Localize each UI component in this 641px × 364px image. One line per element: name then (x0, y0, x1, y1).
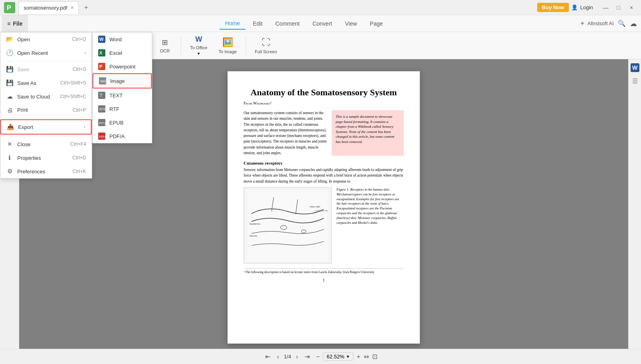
toolbar-separator-3 (181, 37, 181, 54)
pdf-page-title: Anatomy of the Somatosensory System (244, 87, 404, 98)
tab-edit[interactable]: Edit (247, 18, 268, 30)
svg-text:W: W (99, 37, 104, 42)
export-excel[interactable]: X Excel (93, 46, 152, 60)
pdf-page: Anatomy of the Somatosensory System From… (228, 71, 420, 344)
fit-width-button[interactable]: ⇔ (364, 353, 369, 360)
menu-item-open-recent[interactable]: 🕐 Open Recent › (0, 46, 92, 60)
search-button[interactable]: 🔍 (618, 20, 626, 27)
file-menu-button[interactable]: ≡ File (2, 15, 28, 32)
image-export-icon: IMG (99, 77, 106, 84)
fit-page-button[interactable]: ⊡ (372, 353, 377, 360)
zoom-dropdown-arrow[interactable]: ▼ (346, 354, 350, 359)
zoom-in-button[interactable]: + (357, 353, 360, 360)
menu-item-save: 💾 Save Ctrl+S (0, 62, 92, 76)
menu-tabs: Home Edit Comment Convert View Page (28, 18, 580, 30)
ocr-icon: ⊞ (162, 38, 168, 47)
tab-home[interactable]: Home (220, 18, 246, 30)
svg-text:W: W (632, 64, 638, 71)
menu-item-print[interactable]: 🖨 Print Ctrl+P (0, 103, 92, 117)
minimize-button[interactable]: — (600, 3, 611, 12)
page-info-display: 1/4 (284, 354, 291, 360)
menu-item-properties[interactable]: ℹ Properties Ctrl+D (0, 151, 92, 165)
file-label: File (13, 20, 22, 27)
menu-item-save-as[interactable]: 💾 Save As Ctrl+Shift+S (0, 76, 92, 90)
zoom-level-display[interactable]: 62.52% ▼ (323, 352, 353, 361)
open-recent-arrow: › (85, 50, 86, 56)
close-button[interactable]: × (626, 3, 637, 12)
tab-convert[interactable]: Convert (307, 18, 338, 30)
menu-item-close[interactable]: ✕ Close Ctrl+F4 (0, 137, 92, 151)
export-arrow: › (84, 124, 85, 130)
to-office-icon: W (196, 35, 202, 44)
to-office-button[interactable]: W To Office ▼ (186, 33, 211, 58)
close-shortcut: Ctrl+F4 (70, 141, 86, 147)
menu-item-export[interactable]: 📤 Export › (0, 119, 92, 135)
open-recent-icon: 🕐 (6, 49, 13, 56)
prev-page-button[interactable]: ‹ (275, 352, 280, 362)
tab-close-button[interactable]: × (71, 4, 74, 11)
pdf-page-content: Our somatosensory system consists of sen… (244, 110, 404, 156)
svg-text:EPUB: EPUB (99, 121, 105, 125)
export-icon: 📤 (7, 123, 14, 131)
to-image-button[interactable]: 🖼️ To Image (215, 35, 241, 56)
last-page-button[interactable]: ⇥ (303, 351, 311, 362)
text-export-icon: T (98, 92, 105, 99)
add-tab-button[interactable]: + (81, 3, 91, 12)
pdf-pink-callout: This is a sample document to showcase pa… (332, 110, 404, 156)
export-powerpoint[interactable]: P Powerpoint (93, 60, 152, 73)
svg-text:Glabrous skin: Glabrous skin (316, 209, 328, 212)
title-bar: P somatosensory.pdf × + Buy Now 👤 Login … (0, 0, 641, 15)
tab-comment[interactable]: Comment (270, 18, 305, 30)
to-office-label: To Office (190, 45, 207, 50)
export-epub[interactable]: EPUB EPUB (93, 116, 152, 129)
sidebar-right: W ☰ (628, 59, 641, 349)
file-tab[interactable]: somatosensory.pdf × (18, 1, 79, 14)
export-image[interactable]: IMG Image (93, 73, 152, 88)
ai-button[interactable]: ✦ Afirstsoft AI (580, 20, 614, 27)
export-pdfa[interactable]: PDF/A PDF/A (93, 129, 152, 143)
export-rtf[interactable]: RTF RTF (93, 102, 152, 116)
menu-item-preferences[interactable]: ⚙ Preferences Ctrl+K (0, 165, 92, 178)
login-button[interactable]: 👤 Login (571, 4, 593, 10)
menu-item-open[interactable]: 📂 Open Ctrl+O (0, 32, 92, 46)
word-icon: W (98, 36, 105, 43)
buy-now-button[interactable]: Buy Now (537, 3, 569, 12)
epub-export-icon: EPUB (98, 119, 105, 126)
fullscreen-label: Full Screen (255, 49, 277, 54)
close-icon: ✕ (6, 141, 13, 148)
ocr-button[interactable]: ⊞ OCR (153, 36, 176, 56)
export-word[interactable]: W Word (93, 32, 152, 46)
navigation-controls: ⇤ ‹ 1/4 › ⇥ (264, 351, 311, 362)
word-sidebar-icon[interactable]: W (631, 63, 639, 74)
properties-sidebar-icon[interactable]: ☰ (632, 77, 638, 85)
export-submenu: W Word X Excel P Powerpoint IMG Image T … (92, 32, 152, 143)
pdf-figure-image: Hairy skin Glabrous skin Epidermis Dermi… (244, 187, 332, 263)
menu-right-area: ✦ Afirstsoft AI 🔍 ☁ (580, 19, 637, 28)
save-as-shortcut: Ctrl+Shift+S (60, 80, 86, 86)
maximize-button[interactable]: □ (613, 3, 624, 12)
fullscreen-button[interactable]: ⛶ Full Screen (251, 35, 281, 56)
pdf-section-text: Sensory information from Meissner corpus… (244, 167, 404, 184)
next-page-button[interactable]: › (294, 352, 300, 362)
tab-label: somatosensory.pdf (24, 5, 67, 11)
pdf-section-heading: Cutaneous receptors (244, 161, 404, 165)
save-as-icon: 💾 (6, 79, 13, 86)
export-text[interactable]: T TEXT (93, 88, 152, 102)
zoom-value: 62.52% (327, 354, 344, 360)
ocr-label: OCR (160, 48, 169, 53)
print-shortcut: Ctrl+P (73, 107, 86, 113)
tab-view[interactable]: View (339, 18, 363, 30)
zoom-out-button[interactable]: − (316, 353, 320, 360)
cloud-button[interactable]: ☁ (630, 19, 637, 28)
app-logo: P (4, 2, 15, 13)
svg-text:P: P (99, 64, 102, 69)
hamburger-icon: ≡ (7, 20, 10, 27)
first-page-button[interactable]: ⇤ (264, 351, 272, 362)
pdf-page-subtitle: From Wikibooks¹ (244, 101, 404, 105)
tab-page[interactable]: Page (364, 18, 389, 30)
open-shortcut: Ctrl+O (72, 36, 86, 42)
svg-text:Epidermis: Epidermis (250, 223, 260, 225)
menu-item-save-cloud[interactable]: ☁ Save to Cloud Ctrl+Shift+C (0, 90, 92, 103)
menu-sep-3 (0, 136, 92, 136)
fullscreen-icon: ⛶ (262, 37, 270, 48)
